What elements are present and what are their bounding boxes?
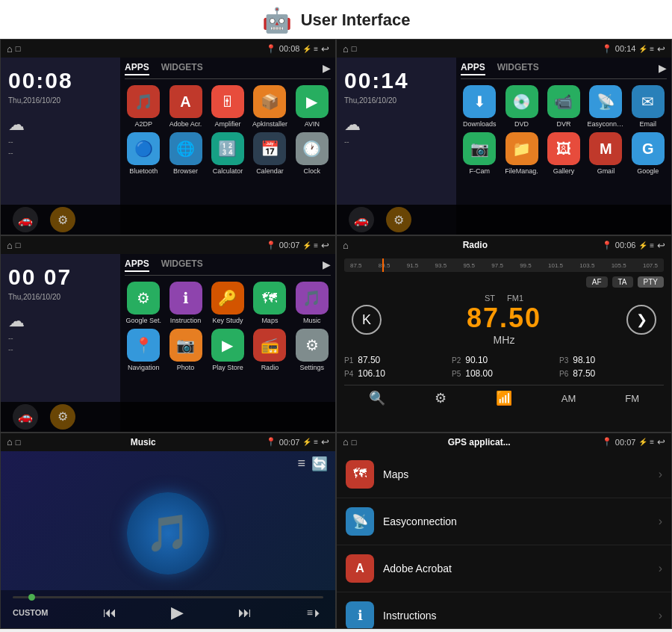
gps-adobe-icon: A — [346, 554, 374, 583]
app-icon-settings: ⚙ — [296, 329, 329, 362]
app-googlesettings[interactable]: ⚙ Google Set. — [125, 282, 162, 324]
radio-pty-btn[interactable]: PTY — [638, 276, 664, 288]
back-icon-2[interactable]: ↩ — [657, 43, 665, 55]
gps-easy-label: Easyconnection — [383, 515, 650, 527]
app-downloads[interactable]: ⬇ Downloads — [461, 85, 498, 128]
apps-tab-1[interactable]: APPS — [125, 62, 149, 75]
app-calculator[interactable]: 🔢 Calculator — [209, 132, 246, 175]
app-browser[interactable]: 🌐 Browser — [167, 132, 204, 175]
app-avin[interactable]: ▶ AVIN — [293, 85, 331, 128]
app-dvd[interactable]: 💿 DVD — [503, 85, 540, 128]
location-icon-3: 📍 — [266, 241, 276, 250]
app-gmail[interactable]: M Gmail — [587, 132, 624, 175]
home-icon-3[interactable]: ⌂ — [7, 240, 13, 251]
app-a2dp[interactable]: 🎵 A2DP — [125, 85, 162, 128]
app-music[interactable]: 🎵 Music — [293, 282, 331, 324]
preset-p5[interactable]: P5 108.00 — [452, 368, 556, 379]
app-easyconnect[interactable]: 📡 Easyconnect — [587, 85, 624, 128]
radio-next-btn[interactable]: ❯ — [626, 305, 656, 335]
radio-ta-btn[interactable]: TA — [612, 276, 633, 288]
app-apkinstaller[interactable]: 📦 ApkInstaller — [251, 85, 288, 128]
back-icon-gps[interactable]: ↩ — [657, 436, 665, 447]
widgets-tab-1[interactable]: WIDGETS — [161, 62, 203, 75]
app-amplifier[interactable]: 🎚 Amplifier — [209, 85, 246, 128]
cloud-icon-1: ☁ — [8, 115, 25, 134]
apps-tab-2[interactable]: APPS — [461, 62, 485, 75]
app-playstore[interactable]: ▶ Play Store — [209, 329, 246, 371]
car-nav-btn-1[interactable]: 🚗 — [13, 207, 38, 232]
apps-tabs-2: APPS WIDGETS ▶ — [461, 62, 667, 79]
back-icon-music[interactable]: ↩ — [321, 436, 329, 447]
app-maps[interactable]: 🗺 Maps — [251, 282, 288, 324]
back-icon-1[interactable]: ↩ — [321, 43, 329, 55]
app-adobe[interactable]: A Adobe Acr. — [167, 85, 204, 128]
gps-item-adobe[interactable]: A Adobe Acrobat › — [337, 545, 671, 592]
radio-band-label: FM1 — [507, 294, 523, 303]
radio-search-icon[interactable]: 🔍 — [369, 390, 385, 406]
apps-scroll-btn-2[interactable]: ▶ — [659, 62, 667, 75]
apps-scroll-btn-3[interactable]: ▶ — [323, 258, 331, 272]
preset-p3[interactable]: P3 98.10 — [559, 355, 664, 365]
widgets-tab-3[interactable]: WIDGETS — [161, 258, 203, 272]
home-icon-2[interactable]: ⌂ — [343, 43, 349, 55]
location-icon-radio: 📍 — [602, 241, 612, 250]
app-settings[interactable]: ⚙ Settings — [293, 329, 331, 371]
app-bluetooth[interactable]: 🔵 Bluetooth — [125, 132, 162, 175]
car-nav-btn-3[interactable]: 🚗 — [13, 404, 38, 430]
home-icon-1[interactable]: ⌂ — [7, 43, 13, 55]
app-clock[interactable]: 🕐 Clock — [293, 132, 331, 175]
music-list-icon[interactable]: ≡ — [297, 456, 305, 472]
gps-item-easyconnection[interactable]: 📡 Easyconnection › — [337, 498, 671, 545]
app-google[interactable]: G Google — [629, 132, 667, 175]
app-filemanager[interactable]: 📁 FileManag. — [503, 132, 540, 175]
music-progress-bar[interactable] — [13, 596, 323, 598]
gps-item-instructions[interactable]: ℹ Instructions › — [337, 592, 671, 629]
status-time-gps: 00:07 — [615, 438, 636, 447]
preset-p6[interactable]: P6 87.50 — [559, 368, 664, 379]
music-repeat-icon[interactable]: 🔄 — [311, 456, 328, 472]
app-gallery[interactable]: 🖼 Gallery — [545, 132, 582, 175]
radio-settings-icon[interactable]: ⚙ — [435, 390, 447, 406]
home-icon-radio[interactable]: ⌂ — [343, 240, 349, 251]
home-icon-music[interactable]: ⌂ — [7, 436, 13, 447]
radio-fm-label[interactable]: FM — [625, 393, 639, 404]
radio-prev-btn[interactable]: K — [352, 305, 382, 335]
icons-1: ⚡ ≡ — [302, 45, 318, 53]
music-next-btn[interactable]: ⏭ — [238, 605, 252, 621]
home-icon-gps[interactable]: ⌂ — [343, 436, 349, 447]
gps-title-statusbar: GPS applicat... — [448, 437, 511, 447]
settings-nav-btn-3[interactable]: ⚙ — [50, 404, 75, 430]
preset-p4[interactable]: P4 106.10 — [344, 368, 449, 379]
panel-radio: ⌂ Radio 📍 00:06 ⚡ ≡ ↩ 87.589.591.593.595… — [336, 235, 672, 432]
app-navigation[interactable]: 📍 Navigation — [125, 329, 162, 371]
app-photo[interactable]: 📷 Photo — [167, 329, 204, 371]
bottom-nav-2: 🚗 ⚙ — [337, 205, 671, 235]
music-queue-icon[interactable]: ≡⏵ — [307, 607, 323, 619]
preset-p1[interactable]: P1 87.50 — [344, 355, 449, 365]
back-icon-3[interactable]: ↩ — [321, 240, 329, 251]
app-calendar[interactable]: 📅 Calendar — [251, 132, 288, 175]
widgets-tab-2[interactable]: WIDGETS — [497, 62, 539, 75]
apps-scroll-btn-1[interactable]: ▶ — [323, 62, 331, 75]
app-dvr[interactable]: 📹 DVR — [545, 85, 582, 128]
car-nav-btn-2[interactable]: 🚗 — [349, 207, 374, 232]
app-label-googlesettings: Google Set. — [125, 317, 162, 324]
radio-antenna-icon[interactable]: 📶 — [496, 390, 512, 406]
radio-af-btn[interactable]: AF — [586, 276, 608, 288]
back-icon-radio[interactable]: ↩ — [657, 240, 665, 251]
apps-tab-3[interactable]: APPS — [125, 258, 149, 272]
radio-am-label[interactable]: AM — [561, 393, 576, 404]
app-fcam[interactable]: 📷 F-Cam — [461, 132, 498, 175]
music-play-btn[interactable]: ▶ — [171, 603, 184, 622]
settings-nav-btn-1[interactable]: ⚙ — [50, 207, 75, 232]
app-email[interactable]: ✉ Email — [629, 85, 667, 128]
app-keystudy[interactable]: 🔑 Key Study — [209, 282, 246, 324]
music-prev-btn[interactable]: ⏮ — [103, 605, 116, 621]
app-instruction[interactable]: ℹ Instruction — [167, 282, 204, 324]
app-label-gallery: Gallery — [545, 167, 582, 175]
app-radio[interactable]: 📻 Radio — [251, 329, 288, 371]
settings-nav-btn-2[interactable]: ⚙ — [386, 207, 411, 232]
radio-unit: MHz — [467, 334, 541, 346]
gps-item-maps[interactable]: 🗺 Maps › — [337, 451, 671, 498]
preset-p2[interactable]: P2 90.10 — [452, 355, 556, 365]
